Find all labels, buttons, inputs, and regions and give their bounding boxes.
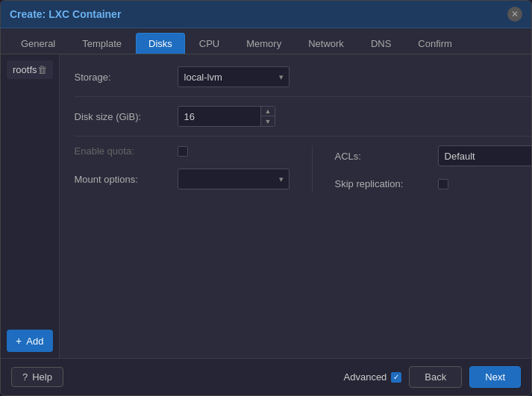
- disk-size-input-wrapper: ▲ ▼: [178, 106, 276, 127]
- tab-general[interactable]: General: [8, 33, 68, 54]
- bottom-right: Advanced Back Next: [344, 366, 521, 388]
- dialog-title: Create: LXC Container: [10, 8, 121, 20]
- close-button[interactable]: ✕: [507, 7, 522, 22]
- tab-cpu[interactable]: CPU: [187, 33, 232, 54]
- storage-row: Storage: local-lvm: [75, 66, 531, 97]
- enable-quota-label: Enable quota:: [75, 145, 172, 157]
- left-col: Enable quota: Mount options:: [75, 145, 290, 192]
- mount-options-select[interactable]: [178, 169, 290, 189]
- rootfs-item[interactable]: rootfs 🗑: [7, 60, 53, 79]
- disk-size-row: Disk size (GiB): ▲ ▼: [75, 106, 531, 136]
- acls-row: ACLs: Default: [335, 145, 531, 169]
- tab-dns[interactable]: DNS: [358, 33, 404, 54]
- tab-template[interactable]: Template: [69, 33, 134, 54]
- advanced-row: Advanced: [344, 371, 402, 383]
- col-divider: [312, 145, 313, 192]
- content-area: rootfs 🗑 + Add Storage: local-lvm: [1, 54, 531, 358]
- add-label: Add: [26, 336, 43, 347]
- enable-quota-checkbox[interactable]: [178, 146, 188, 157]
- back-button[interactable]: Back: [409, 366, 462, 388]
- disk-size-down[interactable]: ▼: [261, 116, 275, 127]
- storage-select-wrapper: local-lvm: [178, 66, 290, 87]
- rootfs-label: rootfs: [13, 64, 37, 75]
- tab-confirm[interactable]: Confirm: [405, 33, 465, 54]
- mount-options-select-wrapper: [178, 169, 290, 189]
- help-button[interactable]: ? Help: [11, 367, 63, 387]
- disk-form-panel: Storage: local-lvm Disk size (GiB): ▲ ▼: [60, 54, 531, 358]
- back-label: Back: [425, 371, 446, 383]
- close-icon: ✕: [511, 9, 519, 19]
- tab-memory[interactable]: Memory: [234, 33, 294, 54]
- disk-size-label: Disk size (GiB):: [75, 111, 172, 122]
- question-icon: ?: [22, 371, 28, 383]
- acls-label: ACLs:: [335, 151, 432, 162]
- plus-icon: +: [16, 335, 22, 347]
- two-col-section: Enable quota: Mount options:: [75, 145, 531, 192]
- mount-options-row: Mount options:: [75, 169, 290, 192]
- tab-bar: General Template Disks CPU Memory Networ…: [1, 28, 531, 54]
- bottom-bar: ? Help Advanced Back Next: [1, 358, 531, 395]
- skip-replication-row: Skip replication:: [335, 178, 531, 192]
- delete-rootfs-icon[interactable]: 🗑: [37, 64, 47, 75]
- next-button[interactable]: Next: [469, 366, 521, 388]
- storage-label: Storage:: [75, 72, 172, 83]
- skip-replication-checkbox[interactable]: [438, 179, 448, 189]
- mount-options-label: Mount options:: [75, 174, 172, 185]
- acls-select-wrapper: Default: [438, 145, 531, 166]
- acls-select[interactable]: Default: [438, 145, 531, 166]
- disk-sidebar: rootfs 🗑 + Add: [1, 54, 60, 358]
- disk-size-up[interactable]: ▲: [261, 106, 275, 116]
- storage-select[interactable]: local-lvm: [178, 66, 290, 87]
- tab-disks[interactable]: Disks: [136, 33, 185, 54]
- next-label: Next: [485, 371, 505, 383]
- disk-size-input[interactable]: [178, 108, 260, 125]
- create-lxc-dialog: Create: LXC Container ✕ General Template…: [0, 0, 532, 396]
- disk-size-spinners: ▲ ▼: [260, 106, 275, 127]
- advanced-checkbox[interactable]: [391, 372, 401, 383]
- tab-network[interactable]: Network: [295, 33, 357, 54]
- enable-quota-row: Enable quota:: [75, 145, 290, 160]
- right-col: ACLs: Default Skip replication:: [335, 145, 531, 192]
- title-bar: Create: LXC Container ✕: [1, 1, 531, 28]
- skip-replication-label: Skip replication:: [335, 178, 432, 189]
- add-disk-button[interactable]: + Add: [7, 330, 53, 352]
- help-label: Help: [32, 371, 52, 383]
- advanced-label: Advanced: [344, 371, 387, 383]
